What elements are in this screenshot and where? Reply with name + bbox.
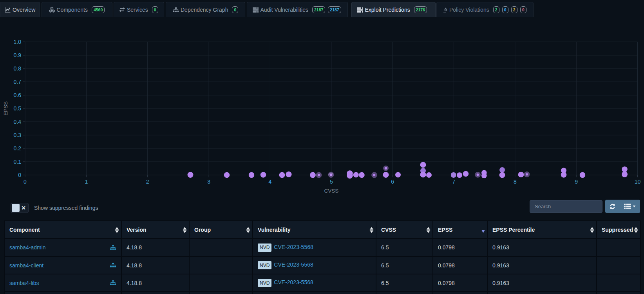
svg-text:0.3: 0.3 <box>14 132 22 138</box>
svg-text:8: 8 <box>514 179 517 185</box>
svg-text:0.5: 0.5 <box>14 105 22 112</box>
svg-text:5: 5 <box>330 179 333 185</box>
svg-text:0.6: 0.6 <box>14 92 22 98</box>
svg-text:7: 7 <box>452 179 456 185</box>
svg-text:0.4: 0.4 <box>14 119 22 125</box>
svg-text:2: 2 <box>146 179 149 185</box>
svg-text:EPSS: EPSS <box>3 101 9 115</box>
svg-text:9: 9 <box>575 179 578 185</box>
svg-text:0.8: 0.8 <box>14 65 22 72</box>
svg-text:10: 10 <box>635 179 641 185</box>
svg-text:0.7: 0.7 <box>14 79 22 85</box>
svg-text:0: 0 <box>18 172 21 178</box>
svg-text:0.9: 0.9 <box>14 52 22 58</box>
svg-text:4: 4 <box>269 179 272 185</box>
svg-text:0.2: 0.2 <box>14 145 22 152</box>
svg-text:6: 6 <box>391 179 394 185</box>
svg-text:CVSS: CVSS <box>324 188 338 194</box>
svg-text:1: 1 <box>85 179 88 185</box>
svg-text:0: 0 <box>24 179 27 185</box>
svg-text:3: 3 <box>207 179 210 185</box>
svg-text:0.1: 0.1 <box>14 159 22 165</box>
svg-text:1.0: 1.0 <box>14 39 22 45</box>
